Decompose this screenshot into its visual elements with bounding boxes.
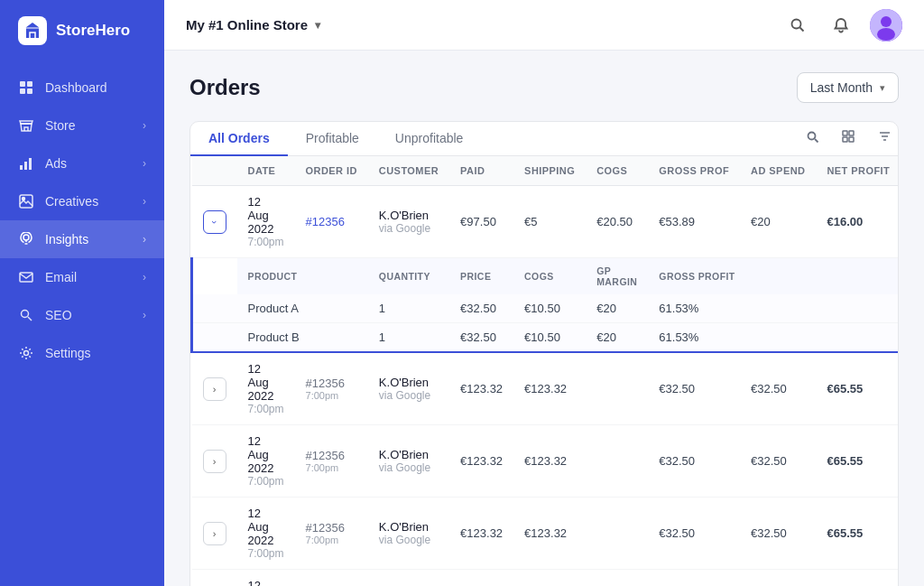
adspend-cell: €20: [740, 186, 816, 258]
svg-point-16: [881, 16, 892, 27]
table-search-icon[interactable]: [799, 124, 826, 151]
user-avatar[interactable]: [870, 9, 902, 42]
tab-unprofitable[interactable]: Unprofitable: [377, 122, 482, 156]
sub-accent-cell: [192, 258, 237, 295]
table-view-icon[interactable]: [835, 124, 862, 151]
orderid-cell: #12356 7:00pm: [295, 425, 368, 498]
expand-cell: ›: [192, 498, 237, 570]
page-header: Orders Last Month ▾: [189, 72, 899, 103]
sidebar-item-settings[interactable]: Settings: [0, 334, 164, 372]
customer-source: via Google: [379, 534, 439, 546]
orderid-cell: #12356: [295, 186, 368, 258]
adspend-cell: €32.50: [740, 570, 816, 587]
store-selector[interactable]: My #1 Online Store ▾: [186, 17, 320, 33]
grossprofit-cell: €53.89: [648, 186, 740, 258]
table-row: › 12 Aug 2022 7:00pm #12356 7:00pm: [192, 570, 900, 587]
sidebar-item-settings-label: Settings: [45, 346, 91, 360]
svg-point-10: [23, 235, 29, 240]
col-date: DATE: [237, 156, 295, 186]
table-filter-icon[interactable]: [871, 124, 898, 151]
adspend-cell: €32.50: [740, 352, 816, 425]
order-date: 12 Aug 2022: [248, 434, 284, 475]
svg-rect-20: [849, 131, 854, 135]
sidebar-item-ads-label: Ads: [45, 156, 67, 171]
cogs-cell: €20.50: [586, 186, 648, 258]
customer-source: via Google: [379, 461, 439, 474]
orderid-cell: #12356 7:00pm: [295, 498, 368, 570]
svg-point-18: [808, 133, 815, 140]
sidebar-item-seo-label: SEO: [45, 308, 72, 322]
page-content: Orders Last Month ▾ All Orders Profitabl…: [164, 51, 924, 586]
email-arrow-icon: ›: [143, 271, 146, 284]
product-grossprofit-cell: 61.53%: [648, 294, 899, 323]
order-time: 7:00pm: [248, 475, 284, 488]
sidebar-item-email[interactable]: Email ›: [0, 258, 164, 296]
paid-cell: €123.32: [449, 498, 513, 570]
shipping-cell: €5: [513, 186, 586, 258]
date-filter-button[interactable]: Last Month ▾: [797, 72, 899, 103]
store-icon: [18, 117, 34, 134]
sub-col-price: PRICE: [449, 258, 513, 295]
sidebar-item-dashboard[interactable]: Dashboard: [0, 69, 164, 107]
customer-name: K.O'Brien: [379, 209, 439, 222]
expand-button[interactable]: ›: [203, 522, 226, 545]
shipping-cell: €123.32: [513, 570, 586, 587]
ads-icon: [18, 155, 34, 172]
sidebar-item-insights-label: Insights: [45, 232, 88, 246]
svg-rect-4: [27, 88, 32, 94]
insights-arrow-icon: ›: [143, 233, 146, 246]
table-row: › 12 Aug 2022 7:00pm #12356 K.O'Brien: [192, 186, 900, 258]
product-cogs-cell: €10.50: [513, 294, 586, 323]
svg-rect-11: [20, 273, 32, 282]
logo-icon: [18, 16, 47, 45]
creatives-arrow-icon: ›: [143, 195, 146, 208]
sidebar-item-dashboard-label: Dashboard: [45, 80, 107, 95]
expand-cell: ›: [192, 570, 237, 587]
search-header-icon[interactable]: [783, 11, 812, 40]
order-date: 12 Aug 2022: [248, 362, 284, 403]
tab-profitable[interactable]: Profitable: [288, 122, 377, 156]
tabs-actions: [799, 124, 898, 154]
sidebar-item-seo[interactable]: SEO ›: [0, 296, 164, 334]
sub-accent-cell: [192, 323, 237, 353]
expand-cell: ›: [192, 186, 237, 258]
netprofit-cell: €65.55: [816, 352, 899, 425]
sub-col-product: PRODUCT: [237, 258, 368, 295]
shipping-cell: €123.32: [513, 498, 586, 570]
svg-point-17: [877, 28, 895, 41]
sidebar-item-ads[interactable]: Ads ›: [0, 144, 164, 182]
orderid-cell: #12356 7:00pm: [295, 352, 368, 425]
svg-rect-7: [29, 158, 32, 170]
creatives-icon: [18, 193, 34, 209]
customer-source: via Google: [379, 389, 439, 402]
logo-text: StoreHero: [56, 22, 130, 40]
expand-button[interactable]: ›: [203, 210, 226, 234]
expand-cell: ›: [192, 425, 237, 498]
svg-point-13: [24, 351, 29, 356]
order-time: 7:00pm: [248, 236, 284, 248]
expand-button[interactable]: ›: [203, 377, 226, 401]
settings-icon: [18, 345, 34, 361]
notifications-icon[interactable]: [827, 11, 855, 40]
tab-all-orders[interactable]: All Orders: [190, 122, 288, 156]
sidebar-item-store[interactable]: Store ›: [0, 107, 164, 144]
product-price-cell: €32.50: [449, 323, 513, 353]
netprofit-cell: €65.55: [816, 570, 899, 587]
cogs-cell: [586, 425, 648, 498]
orders-table-container: All Orders Profitable Unprofitable: [189, 121, 899, 586]
sidebar-item-creatives[interactable]: Creatives ›: [0, 182, 164, 220]
main-content: My #1 Online Store ▾ Orders Last Month ▾: [164, 0, 924, 586]
store-name: My #1 Online Store: [186, 17, 308, 33]
customer-cell: K.O'Brien via Google: [368, 570, 449, 587]
col-cogs: COGS: [586, 156, 648, 186]
sub-col-quantity: QUANTITY: [368, 258, 449, 295]
sub-row: Product A 1 €32.50 €10.50 €20 61.53%: [192, 294, 900, 323]
paid-cell: €123.32: [449, 352, 513, 425]
order-date: 12 Aug 2022: [248, 579, 284, 586]
customer-cell: K.O'Brien via Google: [368, 352, 449, 425]
col-netprofit: NET PROFIT: [816, 156, 899, 186]
svg-rect-21: [843, 137, 847, 142]
svg-point-12: [22, 311, 29, 318]
sidebar-item-insights[interactable]: Insights ›: [0, 220, 164, 258]
expand-button[interactable]: ›: [203, 450, 226, 473]
